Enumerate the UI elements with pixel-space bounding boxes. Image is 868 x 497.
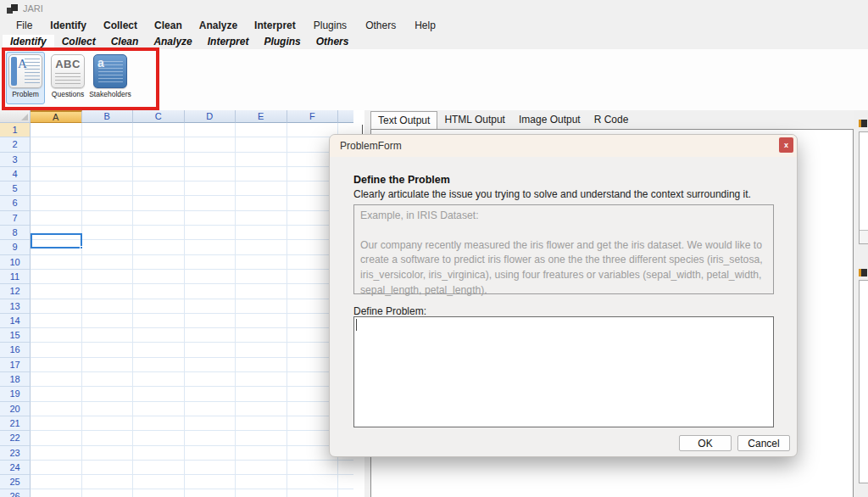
- cell-b20[interactable]: [82, 402, 134, 416]
- row-header-9[interactable]: 9: [0, 240, 31, 254]
- row-header-16[interactable]: 16: [0, 343, 31, 357]
- row-header-24[interactable]: 24: [0, 461, 31, 475]
- tab-text-output[interactable]: Text Output: [370, 111, 437, 129]
- cell-e1[interactable]: [236, 123, 287, 137]
- cell-c26[interactable]: [133, 489, 185, 497]
- ribbon-tab-analyze[interactable]: Analyze: [146, 35, 199, 49]
- cell-a2[interactable]: [31, 137, 82, 152]
- ribbon-tab-collect[interactable]: Collect: [54, 35, 103, 49]
- ribbon-tab-interpret[interactable]: Interpret: [200, 35, 257, 49]
- row-header-20[interactable]: 20: [0, 402, 31, 416]
- cell-d8[interactable]: [185, 226, 236, 240]
- cell-e2[interactable]: [236, 137, 287, 152]
- ribbon-tab-clean[interactable]: Clean: [103, 35, 147, 49]
- cell-c21[interactable]: [133, 416, 185, 431]
- cell-f25[interactable]: [287, 475, 339, 489]
- menu-item-file[interactable]: File: [7, 18, 42, 33]
- cell-d14[interactable]: [185, 314, 236, 328]
- cell-e8[interactable]: [236, 226, 287, 240]
- row-header-3[interactable]: 3: [0, 153, 31, 167]
- row-header-25[interactable]: 25: [0, 475, 31, 489]
- cell-b11[interactable]: [82, 270, 134, 284]
- row-header-8[interactable]: 8: [0, 226, 31, 240]
- cell-b21[interactable]: [82, 416, 134, 431]
- cell-a25[interactable]: [31, 475, 82, 489]
- cell-e7[interactable]: [236, 211, 287, 226]
- cell-e4[interactable]: [236, 167, 287, 181]
- cell-c9[interactable]: [133, 240, 185, 254]
- cell-b12[interactable]: [82, 284, 134, 299]
- cell-b14[interactable]: [82, 314, 134, 328]
- cell-a23[interactable]: [31, 446, 82, 461]
- ribbon-tab-plugins[interactable]: Plugins: [256, 35, 308, 49]
- cell-e25[interactable]: [236, 475, 287, 489]
- cell-a10[interactable]: [31, 255, 82, 270]
- cell-c22[interactable]: [133, 431, 185, 445]
- menu-item-identify[interactable]: Identify: [42, 18, 95, 33]
- cell-e14[interactable]: [236, 314, 287, 328]
- cell-a18[interactable]: [31, 372, 82, 387]
- cell-a24[interactable]: [31, 461, 82, 475]
- row-header-2[interactable]: 2: [0, 137, 31, 152]
- cell-c19[interactable]: [133, 387, 185, 401]
- cell-b17[interactable]: [82, 358, 134, 372]
- ribbon-tab-others[interactable]: Others: [309, 35, 357, 49]
- cell-a21[interactable]: [31, 416, 82, 431]
- cell-a1[interactable]: [31, 123, 82, 137]
- cell-f24[interactable]: [287, 461, 339, 475]
- row-header-7[interactable]: 7: [0, 211, 31, 226]
- cell-b18[interactable]: [82, 372, 134, 387]
- cell-b8[interactable]: [82, 226, 134, 240]
- cell-c4[interactable]: [133, 167, 185, 181]
- row-header-26[interactable]: 26: [0, 489, 31, 497]
- cell-c24[interactable]: [133, 461, 185, 475]
- cell-b1[interactable]: [82, 123, 134, 137]
- cell-a3[interactable]: [31, 153, 82, 167]
- cell-c12[interactable]: [133, 284, 185, 299]
- cell-d4[interactable]: [185, 167, 236, 181]
- cell-d7[interactable]: [185, 211, 236, 226]
- row-header-1[interactable]: 1: [0, 123, 31, 137]
- tab-html-output[interactable]: HTML Output: [437, 111, 512, 129]
- cell-b13[interactable]: [82, 299, 134, 314]
- column-header-partial[interactable]: [338, 110, 353, 123]
- cell-c11[interactable]: [133, 270, 185, 284]
- select-all-corner[interactable]: [0, 110, 31, 123]
- cell-e18[interactable]: [236, 372, 287, 387]
- cell-d10[interactable]: [185, 255, 236, 270]
- row-header-13[interactable]: 13: [0, 299, 31, 314]
- cell-b26[interactable]: [82, 489, 134, 497]
- problem-button[interactable]: AProblem: [6, 52, 45, 104]
- menu-item-plugins[interactable]: Plugins: [304, 18, 356, 33]
- cell-e6[interactable]: [236, 196, 287, 210]
- cell-a17[interactable]: [31, 358, 82, 372]
- cell-a26[interactable]: [31, 489, 82, 497]
- cell-d13[interactable]: [185, 299, 236, 314]
- cell-e3[interactable]: [236, 153, 287, 167]
- cell-e12[interactable]: [236, 284, 287, 299]
- cell-a7[interactable]: [31, 211, 82, 226]
- fill-handle[interactable]: [80, 246, 83, 249]
- cell-d18[interactable]: [185, 372, 236, 387]
- cell-d24[interactable]: [185, 461, 236, 475]
- cell-a6[interactable]: [31, 196, 82, 210]
- cell-c18[interactable]: [133, 372, 185, 387]
- cancel-button[interactable]: Cancel: [737, 435, 790, 451]
- menu-item-help[interactable]: Help: [405, 18, 445, 33]
- cell-b25[interactable]: [82, 475, 134, 489]
- row-header-5[interactable]: 5: [0, 181, 31, 196]
- ribbon-tab-identify[interactable]: Identify: [3, 35, 54, 49]
- dialog-titlebar[interactable]: ProblemForm x: [330, 135, 797, 157]
- cell-c17[interactable]: [133, 358, 185, 372]
- cell-b10[interactable]: [82, 255, 134, 270]
- cell-b6[interactable]: [82, 196, 134, 210]
- cell-e9[interactable]: [236, 240, 287, 254]
- cell-c13[interactable]: [133, 299, 185, 314]
- cell-c8[interactable]: [133, 226, 185, 240]
- column-header-a[interactable]: A: [31, 110, 82, 123]
- cell-b24[interactable]: [82, 461, 134, 475]
- cell-a13[interactable]: [31, 299, 82, 314]
- cell-c16[interactable]: [133, 343, 185, 357]
- cell-b22[interactable]: [82, 431, 134, 445]
- cell-d1[interactable]: [185, 123, 236, 137]
